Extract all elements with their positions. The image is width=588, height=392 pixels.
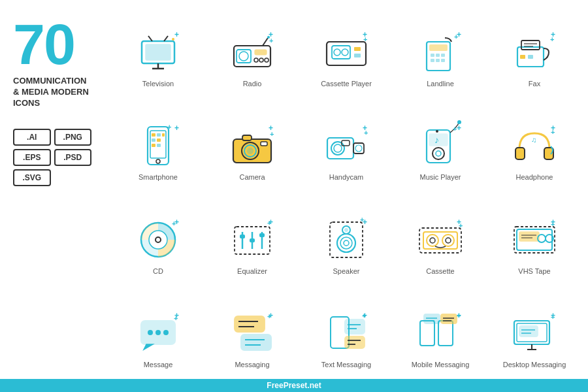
icon-cell-text-messaging: + Text Messaging: [299, 292, 393, 386]
svg-rect-43: [157, 133, 161, 137]
icon-cell-cassette: + Cassette: [393, 198, 487, 292]
svg-rect-120: [241, 335, 271, 350]
speaker-icon: +: [323, 216, 370, 263]
svg-point-12: [259, 58, 263, 62]
svg-rect-106: [519, 232, 539, 241]
svg-rect-133: [438, 321, 453, 346]
svg-point-71: [436, 151, 441, 156]
headphone-icon: ♫ +: [511, 122, 558, 169]
svg-rect-26: [436, 54, 440, 57]
cassette-icon: +: [417, 216, 464, 263]
svg-text:+: +: [360, 216, 364, 223]
format-svg: .SVG: [13, 169, 51, 186]
svg-text:+: +: [459, 221, 463, 229]
svg-point-99: [427, 235, 438, 246]
messaging-icon: +: [229, 310, 276, 357]
equalizer-label: Equalizer: [237, 267, 267, 275]
svg-rect-137: [441, 314, 457, 323]
speaker-label: Speaker: [333, 267, 360, 275]
svg-point-94: [340, 237, 352, 249]
svg-rect-74: [515, 148, 525, 159]
svg-point-93: [337, 234, 355, 252]
svg-point-72: [457, 120, 461, 124]
desktop-messaging-icon: +: [511, 310, 558, 357]
svg-point-64: [355, 145, 362, 152]
headphone-label: Headphone: [516, 173, 553, 181]
svg-text:+: +: [551, 128, 555, 136]
svg-rect-57: [261, 142, 267, 146]
icon-cell-fax: + Fax: [487, 10, 581, 105]
cassette-label: Cassette: [426, 267, 454, 275]
svg-point-61: [334, 144, 342, 152]
svg-point-9: [239, 52, 248, 61]
messaging-label: Messaging: [235, 361, 269, 368]
svg-rect-44: [162, 133, 165, 137]
svg-rect-47: [152, 144, 155, 147]
format-eps: .EPS: [13, 149, 51, 166]
television-icon: [135, 29, 182, 76]
svg-text:+: +: [362, 312, 366, 319]
icon-cell-speaker: + Speaker: [299, 198, 393, 292]
svg-rect-56: [242, 135, 252, 140]
svg-text:+: +: [453, 125, 457, 133]
svg-rect-45: [152, 139, 155, 142]
svg-text:+: +: [550, 35, 554, 43]
svg-point-95: [344, 240, 349, 246]
svg-text:+: +: [551, 313, 555, 321]
svg-point-60: [331, 142, 344, 155]
icon-cell-smartphone: + Smartphone: [111, 105, 205, 199]
svg-point-69: [436, 130, 438, 133]
svg-rect-1: [146, 44, 171, 60]
svg-rect-128: [345, 336, 365, 348]
svg-rect-88: [259, 233, 265, 237]
svg-rect-25: [431, 54, 434, 57]
svg-rect-29: [436, 59, 440, 62]
icon-cell-messaging: + Messaging: [205, 292, 299, 386]
music-player-icon: ♪ +: [417, 122, 464, 169]
mobile-messaging-icon: +: [417, 310, 464, 357]
vhs-tape-label: VHS Tape: [518, 267, 550, 275]
svg-point-20: [342, 49, 348, 56]
handycam-icon: +: [323, 122, 370, 169]
smartphone-label: Smartphone: [139, 173, 178, 181]
svg-rect-18: [332, 46, 350, 59]
svg-rect-30: [441, 59, 445, 62]
camera-label: Camera: [239, 173, 265, 181]
cassette-player-icon: +: [323, 29, 370, 76]
svg-rect-27: [441, 54, 445, 57]
format-badges: .AI .PNG .EPS .PSD .SVG: [13, 129, 91, 186]
svg-text:+: +: [454, 33, 458, 41]
svg-text:+: +: [364, 129, 368, 137]
svg-text:+: +: [267, 312, 271, 320]
svg-rect-22: [354, 54, 361, 57]
svg-point-102: [446, 238, 451, 243]
radio-label: Radio: [243, 80, 262, 88]
svg-text:+: +: [267, 219, 271, 227]
svg-rect-134: [424, 314, 440, 323]
handycam-label: Handycam: [329, 173, 364, 181]
cd-icon: +: [135, 216, 182, 263]
music-player-label: Music Player: [420, 173, 461, 181]
svg-text:+: +: [172, 220, 176, 227]
svg-point-6: [172, 38, 174, 41]
svg-rect-48: [157, 144, 161, 147]
landline-label: Landline: [427, 80, 454, 88]
icon-cell-cd: + CD: [111, 198, 205, 292]
svg-point-55: [247, 148, 253, 154]
svg-rect-98: [423, 232, 457, 249]
svg-text:♪: ♪: [434, 135, 439, 145]
icon-cell-equalizer: + Equalizer: [205, 198, 299, 292]
icon-cell-handycam: + Handycam: [299, 105, 393, 199]
svg-point-11: [254, 58, 258, 62]
svg-rect-31: [429, 44, 448, 51]
landline-icon: +: [417, 29, 464, 76]
svg-text:+: +: [269, 37, 273, 44]
svg-point-70: [433, 148, 444, 159]
svg-point-113: [148, 330, 153, 335]
svg-point-100: [430, 238, 435, 243]
camera-icon: +: [229, 122, 276, 169]
svg-point-19: [334, 49, 340, 56]
format-psd: .PSD: [54, 149, 92, 166]
icon-cell-desktop-messaging: + Desktop Messaging: [487, 292, 581, 386]
icon-cell-radio: + Radio: [205, 10, 299, 105]
